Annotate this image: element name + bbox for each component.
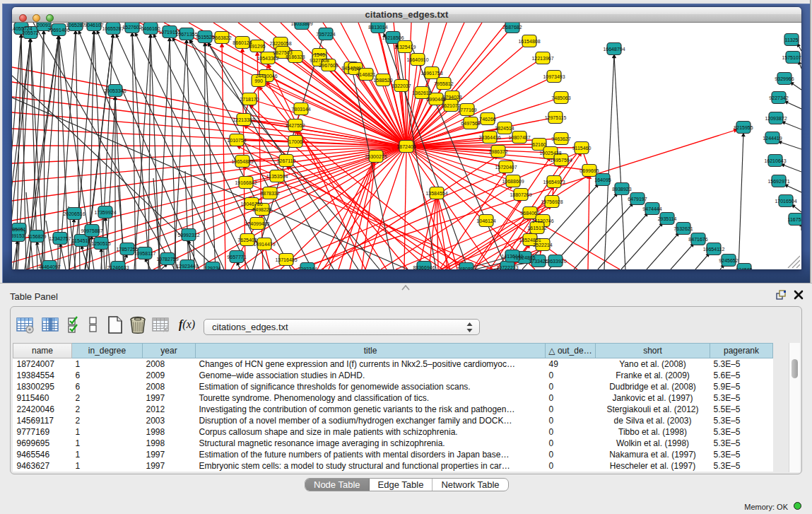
svg-text:10671355: 10671355 <box>175 32 197 37</box>
svg-text:1733426: 1733426 <box>529 259 548 264</box>
svg-text:62160: 62160 <box>532 142 546 147</box>
svg-text:9329966: 9329966 <box>775 76 794 81</box>
svg-text:7357224: 7357224 <box>316 32 335 37</box>
svg-text:10654112: 10654112 <box>703 247 725 252</box>
svg-text:1872400: 1872400 <box>396 144 416 149</box>
svg-text:14957594: 14957594 <box>550 158 572 163</box>
svg-text:1546: 1546 <box>314 52 325 57</box>
svg-text:14136141: 14136141 <box>501 254 523 259</box>
svg-text:8427552: 8427552 <box>286 123 305 128</box>
svg-text:2935114: 2935114 <box>658 216 677 221</box>
svg-text:10543362: 10543362 <box>257 56 278 61</box>
svg-text:12093872: 12093872 <box>765 116 787 121</box>
svg-text:746266: 746266 <box>479 117 495 122</box>
svg-text:7663822: 7663822 <box>212 35 231 40</box>
svg-text:10973493: 10973493 <box>543 74 565 79</box>
svg-text:14120746: 14120746 <box>531 218 553 223</box>
svg-text:9227342: 9227342 <box>769 95 788 100</box>
svg-text:10025438: 10025438 <box>539 151 561 156</box>
svg-text:7485063: 7485063 <box>551 95 570 100</box>
svg-text:9046107: 9046107 <box>84 23 103 28</box>
svg-text:891295: 891295 <box>249 44 265 49</box>
svg-text:10807487: 10807487 <box>508 135 530 140</box>
svg-text:44464097: 44464097 <box>38 264 60 269</box>
svg-text:90975887: 90975887 <box>81 228 102 233</box>
svg-text:53992312: 53992312 <box>177 233 199 238</box>
svg-text:9684067: 9684067 <box>520 211 539 216</box>
svg-text:9474444: 9474444 <box>642 206 661 211</box>
svg-text:3267110: 3267110 <box>277 158 296 163</box>
svg-text:21246633: 21246633 <box>107 265 129 270</box>
svg-text:9146821: 9146821 <box>356 72 375 77</box>
svg-text:13524851: 13524851 <box>519 238 541 243</box>
svg-text:1244419: 1244419 <box>763 136 782 141</box>
svg-text:25300275: 25300275 <box>365 154 387 159</box>
svg-text:2687682: 2687682 <box>502 25 522 30</box>
svg-text:39153: 39153 <box>12 233 25 238</box>
svg-text:19654923: 19654923 <box>543 180 565 185</box>
svg-text:12213383: 12213383 <box>233 117 254 122</box>
svg-text:16961758: 16961758 <box>420 71 442 76</box>
svg-text:6466160: 6466160 <box>141 26 160 31</box>
svg-text:1588520: 1588520 <box>373 78 392 83</box>
svg-text:14914479: 14914479 <box>253 242 275 247</box>
svg-text:116753: 116753 <box>788 217 801 222</box>
svg-text:11353594: 11353594 <box>266 174 288 179</box>
svg-text:16210643: 16210643 <box>764 158 786 163</box>
svg-text:19218506: 19218506 <box>382 35 404 40</box>
svg-text:7803144: 7803144 <box>291 107 310 112</box>
svg-text:1156829: 1156829 <box>28 234 47 239</box>
svg-text:17016504: 17016504 <box>775 199 796 204</box>
svg-text:7986372: 7986372 <box>488 149 507 154</box>
svg-text:1010754: 1010754 <box>227 138 246 143</box>
svg-text:7480894: 7480894 <box>457 267 476 270</box>
svg-text:13584554: 13584554 <box>425 191 447 196</box>
svg-text:1292344: 1292344 <box>298 267 317 270</box>
svg-text:9115460: 9115460 <box>572 146 592 151</box>
svg-text:1046124: 1046124 <box>476 218 495 223</box>
svg-text:1527602: 1527602 <box>122 25 141 30</box>
svg-text:23226058: 23226058 <box>269 41 291 46</box>
svg-text:16154808: 16154808 <box>518 39 540 44</box>
svg-text:10722233: 10722233 <box>496 265 518 270</box>
svg-text:1615132: 1615132 <box>527 226 546 230</box>
svg-text:8878332: 8878332 <box>260 191 279 196</box>
svg-text:2522214: 2522214 <box>533 243 552 247</box>
svg-text:15751074: 15751074 <box>782 55 801 60</box>
svg-text:9794028: 9794028 <box>442 95 461 100</box>
svg-text:16640910: 16640910 <box>406 57 428 62</box>
svg-text:10046786: 10046786 <box>240 201 262 206</box>
svg-text:1154519: 1154519 <box>72 238 91 243</box>
svg-text:20691406: 20691406 <box>47 28 69 33</box>
svg-text:164095: 164095 <box>594 177 611 182</box>
svg-text:12975115: 12975115 <box>545 115 567 120</box>
svg-text:8322037: 8322037 <box>392 83 411 88</box>
svg-text:16648794: 16648794 <box>603 47 625 52</box>
svg-text:8186328: 8186328 <box>286 54 305 59</box>
svg-text:18807269: 18807269 <box>510 192 531 197</box>
svg-text:924565: 924565 <box>736 267 752 270</box>
svg-text:6497568: 6497568 <box>461 121 480 126</box>
svg-text:15720407: 15720407 <box>495 165 517 170</box>
svg-text:11325419: 11325419 <box>394 45 416 49</box>
svg-text:990: 990 <box>254 78 263 83</box>
svg-text:10782759: 10782759 <box>156 257 178 262</box>
svg-text:16033809: 16033809 <box>290 23 312 26</box>
svg-text:9327508: 9327508 <box>310 58 329 63</box>
svg-text:8938923: 8938923 <box>612 187 631 192</box>
svg-text:85051: 85051 <box>12 227 26 232</box>
svg-text:2718170: 2718170 <box>240 97 259 102</box>
svg-text:10958117: 10958117 <box>134 251 156 256</box>
svg-text:15692971: 15692971 <box>767 179 789 184</box>
svg-text:914: 914 <box>351 66 360 71</box>
svg-text:19166842: 19166842 <box>235 180 257 185</box>
svg-text:8215955: 8215955 <box>734 125 753 130</box>
svg-text:8471676: 8471676 <box>688 237 707 242</box>
svg-text:10688609: 10688609 <box>502 179 524 184</box>
svg-text:1362615: 1362615 <box>412 90 431 95</box>
svg-text:11325: 11325 <box>785 37 799 42</box>
svg-text:9463627: 9463627 <box>551 136 570 141</box>
svg-text:5498222: 5498222 <box>252 207 271 212</box>
svg-text:6479197: 6479197 <box>628 197 647 201</box>
svg-text:0699695: 0699695 <box>579 168 599 173</box>
